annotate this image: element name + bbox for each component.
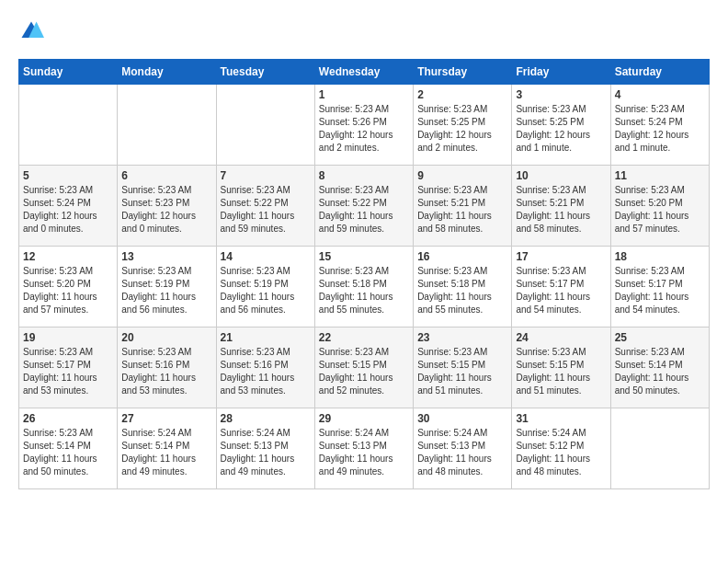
calendar-cell: 4Sunrise: 5:23 AMSunset: 5:24 PMDaylight…: [610, 85, 709, 166]
day-number: 10: [516, 169, 606, 182]
calendar-cell: 5Sunrise: 5:23 AMSunset: 5:24 PMDaylight…: [19, 166, 118, 247]
calendar-day-header: Saturday: [610, 60, 709, 85]
day-number: 25: [615, 331, 705, 344]
day-number: 8: [319, 169, 409, 182]
day-number: 4: [615, 88, 705, 101]
cell-content: Sunrise: 5:23 AMSunset: 5:21 PMDaylight:…: [417, 184, 507, 236]
cell-content: Sunrise: 5:23 AMSunset: 5:24 PMDaylight:…: [615, 103, 705, 155]
cell-content: Sunrise: 5:24 AMSunset: 5:13 PMDaylight:…: [319, 427, 409, 478]
calendar-day-header: Wednesday: [314, 60, 413, 85]
day-number: 15: [319, 250, 409, 263]
calendar-cell: 25Sunrise: 5:23 AMSunset: 5:14 PMDayligh…: [610, 327, 709, 408]
calendar-day-header: Sunday: [19, 60, 118, 85]
cell-content: Sunrise: 5:23 AMSunset: 5:15 PMDaylight:…: [319, 346, 409, 397]
day-number: 1: [319, 88, 409, 101]
cell-content: Sunrise: 5:23 AMSunset: 5:15 PMDaylight:…: [516, 346, 606, 397]
cell-content: Sunrise: 5:23 AMSunset: 5:23 PMDaylight:…: [121, 184, 211, 236]
day-number: 19: [23, 331, 113, 344]
day-number: 9: [417, 169, 507, 182]
calendar-cell: [118, 85, 216, 166]
calendar-table: SundayMondayTuesdayWednesdayThursdayFrid…: [18, 59, 710, 489]
calendar-day-header: Monday: [118, 60, 216, 85]
cell-content: Sunrise: 5:23 AMSunset: 5:14 PMDaylight:…: [23, 427, 113, 478]
calendar-cell: 2Sunrise: 5:23 AMSunset: 5:25 PMDaylight…: [414, 85, 512, 166]
calendar-cell: 12Sunrise: 5:23 AMSunset: 5:20 PMDayligh…: [19, 247, 118, 327]
cell-content: Sunrise: 5:23 AMSunset: 5:14 PMDaylight:…: [615, 346, 705, 397]
day-number: 18: [615, 250, 705, 263]
cell-content: Sunrise: 5:23 AMSunset: 5:26 PMDaylight:…: [319, 103, 409, 155]
calendar-day-header: Tuesday: [216, 60, 314, 85]
day-number: 30: [417, 412, 507, 425]
cell-content: Sunrise: 5:23 AMSunset: 5:18 PMDaylight:…: [417, 265, 507, 316]
calendar-cell: 29Sunrise: 5:24 AMSunset: 5:13 PMDayligh…: [314, 408, 413, 489]
calendar-cell: 24Sunrise: 5:23 AMSunset: 5:15 PMDayligh…: [512, 327, 610, 408]
cell-content: Sunrise: 5:23 AMSunset: 5:16 PMDaylight:…: [121, 346, 211, 397]
calendar-week-row: 12Sunrise: 5:23 AMSunset: 5:20 PMDayligh…: [19, 247, 710, 327]
cell-content: Sunrise: 5:23 AMSunset: 5:22 PMDaylight:…: [221, 184, 311, 236]
cell-content: Sunrise: 5:23 AMSunset: 5:20 PMDaylight:…: [615, 184, 705, 236]
day-number: 3: [516, 88, 606, 101]
cell-content: Sunrise: 5:23 AMSunset: 5:19 PMDaylight:…: [121, 265, 211, 316]
day-number: 22: [319, 331, 409, 344]
day-number: 26: [23, 412, 113, 425]
day-number: 13: [121, 250, 211, 263]
day-number: 7: [221, 169, 311, 182]
cell-content: Sunrise: 5:23 AMSunset: 5:21 PMDaylight:…: [516, 184, 606, 236]
logo-icon: [18, 18, 44, 44]
calendar-cell: 1Sunrise: 5:23 AMSunset: 5:26 PMDaylight…: [314, 85, 413, 166]
day-number: 14: [221, 250, 311, 263]
day-number: 12: [23, 250, 113, 263]
calendar-cell: 23Sunrise: 5:23 AMSunset: 5:15 PMDayligh…: [414, 327, 512, 408]
day-number: 20: [121, 331, 211, 344]
day-number: 31: [516, 412, 606, 425]
page-header: [18, 18, 710, 44]
day-number: 11: [615, 169, 705, 182]
day-number: 17: [516, 250, 606, 263]
calendar-cell: 10Sunrise: 5:23 AMSunset: 5:21 PMDayligh…: [512, 166, 610, 247]
calendar-week-row: 26Sunrise: 5:23 AMSunset: 5:14 PMDayligh…: [19, 408, 710, 489]
day-number: 21: [221, 331, 311, 344]
calendar-cell: 28Sunrise: 5:24 AMSunset: 5:13 PMDayligh…: [216, 408, 314, 489]
cell-content: Sunrise: 5:24 AMSunset: 5:14 PMDaylight:…: [121, 427, 211, 478]
cell-content: Sunrise: 5:23 AMSunset: 5:16 PMDaylight:…: [221, 346, 311, 397]
calendar-cell: 8Sunrise: 5:23 AMSunset: 5:22 PMDaylight…: [314, 166, 413, 247]
calendar-cell: 6Sunrise: 5:23 AMSunset: 5:23 PMDaylight…: [118, 166, 216, 247]
cell-content: Sunrise: 5:24 AMSunset: 5:13 PMDaylight:…: [221, 427, 311, 478]
day-number: 5: [23, 169, 113, 182]
calendar-cell: [19, 85, 118, 166]
cell-content: Sunrise: 5:23 AMSunset: 5:17 PMDaylight:…: [23, 346, 113, 397]
calendar-cell: 31Sunrise: 5:24 AMSunset: 5:12 PMDayligh…: [512, 408, 610, 489]
day-number: 27: [121, 412, 211, 425]
calendar-cell: 22Sunrise: 5:23 AMSunset: 5:15 PMDayligh…: [314, 327, 413, 408]
day-number: 29: [319, 412, 409, 425]
calendar-cell: 21Sunrise: 5:23 AMSunset: 5:16 PMDayligh…: [216, 327, 314, 408]
calendar-header-row: SundayMondayTuesdayWednesdayThursdayFrid…: [19, 60, 710, 85]
cell-content: Sunrise: 5:23 AMSunset: 5:18 PMDaylight:…: [319, 265, 409, 316]
calendar-week-row: 1Sunrise: 5:23 AMSunset: 5:26 PMDaylight…: [19, 85, 710, 166]
calendar-cell: 20Sunrise: 5:23 AMSunset: 5:16 PMDayligh…: [118, 327, 216, 408]
cell-content: Sunrise: 5:23 AMSunset: 5:25 PMDaylight:…: [417, 103, 507, 155]
calendar-cell: [610, 408, 709, 489]
calendar-cell: 7Sunrise: 5:23 AMSunset: 5:22 PMDaylight…: [216, 166, 314, 247]
cell-content: Sunrise: 5:23 AMSunset: 5:22 PMDaylight:…: [319, 184, 409, 236]
calendar-cell: 17Sunrise: 5:23 AMSunset: 5:17 PMDayligh…: [512, 247, 610, 327]
day-number: 2: [417, 88, 507, 101]
cell-content: Sunrise: 5:24 AMSunset: 5:13 PMDaylight:…: [417, 427, 507, 478]
day-number: 6: [121, 169, 211, 182]
calendar-day-header: Thursday: [414, 60, 512, 85]
calendar-cell: 30Sunrise: 5:24 AMSunset: 5:13 PMDayligh…: [414, 408, 512, 489]
calendar-cell: 15Sunrise: 5:23 AMSunset: 5:18 PMDayligh…: [314, 247, 413, 327]
calendar-cell: 16Sunrise: 5:23 AMSunset: 5:18 PMDayligh…: [414, 247, 512, 327]
calendar-week-row: 19Sunrise: 5:23 AMSunset: 5:17 PMDayligh…: [19, 327, 710, 408]
cell-content: Sunrise: 5:23 AMSunset: 5:25 PMDaylight:…: [516, 103, 606, 155]
calendar-cell: 9Sunrise: 5:23 AMSunset: 5:21 PMDaylight…: [414, 166, 512, 247]
cell-content: Sunrise: 5:24 AMSunset: 5:12 PMDaylight:…: [516, 427, 606, 478]
cell-content: Sunrise: 5:23 AMSunset: 5:20 PMDaylight:…: [23, 265, 113, 316]
calendar-cell: 11Sunrise: 5:23 AMSunset: 5:20 PMDayligh…: [610, 166, 709, 247]
calendar-cell: 3Sunrise: 5:23 AMSunset: 5:25 PMDaylight…: [512, 85, 610, 166]
day-number: 23: [417, 331, 507, 344]
cell-content: Sunrise: 5:23 AMSunset: 5:15 PMDaylight:…: [417, 346, 507, 397]
calendar-cell: 13Sunrise: 5:23 AMSunset: 5:19 PMDayligh…: [118, 247, 216, 327]
calendar-cell: 14Sunrise: 5:23 AMSunset: 5:19 PMDayligh…: [216, 247, 314, 327]
logo: [18, 18, 48, 44]
